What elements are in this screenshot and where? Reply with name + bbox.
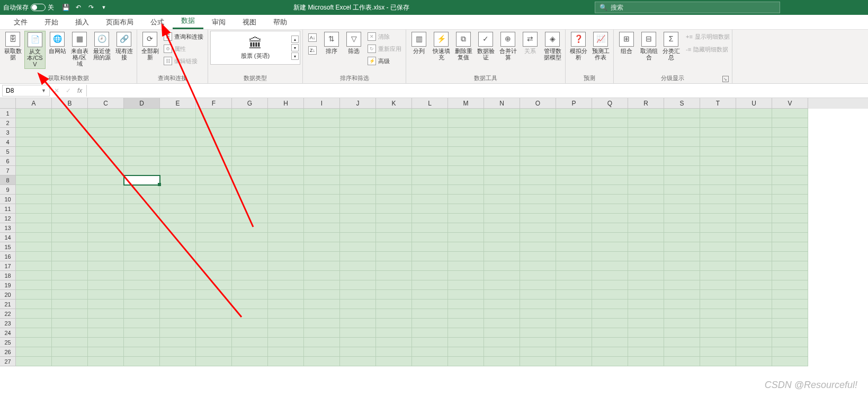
cancel-formula-icon[interactable]: ✕ xyxy=(54,87,59,94)
cell[interactable] xyxy=(736,166,772,175)
cell[interactable] xyxy=(484,118,520,128)
cell[interactable] xyxy=(304,128,340,137)
cell[interactable] xyxy=(196,280,232,290)
cell[interactable] xyxy=(448,338,484,347)
cell[interactable] xyxy=(268,309,304,319)
cell[interactable] xyxy=(628,185,664,195)
cell[interactable] xyxy=(376,128,412,137)
cell[interactable] xyxy=(160,300,196,309)
cell[interactable] xyxy=(484,319,520,328)
cell[interactable] xyxy=(556,175,592,185)
cell[interactable] xyxy=(736,128,772,137)
cell[interactable] xyxy=(700,271,736,280)
cell[interactable] xyxy=(340,319,376,328)
cell[interactable] xyxy=(736,233,772,242)
sort-asc-button[interactable]: A↓ xyxy=(306,32,319,43)
cell[interactable] xyxy=(448,147,484,156)
data-validation-button[interactable]: ✓数据验证 xyxy=(475,31,496,61)
cell[interactable] xyxy=(160,175,196,185)
cell[interactable] xyxy=(556,147,592,156)
cell[interactable] xyxy=(628,195,664,204)
cell[interactable] xyxy=(412,195,448,204)
cell[interactable] xyxy=(232,347,268,357)
cell[interactable] xyxy=(448,290,484,300)
cell[interactable] xyxy=(376,252,412,261)
cell[interactable] xyxy=(52,328,88,338)
cell[interactable] xyxy=(340,261,376,271)
cell[interactable] xyxy=(232,242,268,252)
cell[interactable] xyxy=(556,156,592,166)
row-header[interactable]: 14 xyxy=(0,233,16,242)
cell[interactable] xyxy=(628,137,664,147)
cell[interactable] xyxy=(376,118,412,128)
cell[interactable] xyxy=(412,347,448,357)
cell[interactable] xyxy=(88,319,124,328)
cell[interactable] xyxy=(628,328,664,338)
cell[interactable] xyxy=(592,233,628,242)
cell[interactable] xyxy=(664,261,700,271)
cell[interactable] xyxy=(16,128,52,137)
cell[interactable] xyxy=(124,271,160,280)
cell[interactable] xyxy=(664,175,700,185)
cell[interactable] xyxy=(412,319,448,328)
cell[interactable] xyxy=(124,261,160,271)
cell[interactable] xyxy=(484,357,520,366)
cell[interactable] xyxy=(484,309,520,319)
cell[interactable] xyxy=(736,137,772,147)
cell[interactable] xyxy=(52,128,88,137)
cell[interactable] xyxy=(124,319,160,328)
cell[interactable] xyxy=(412,328,448,338)
tab-help[interactable]: 帮助 xyxy=(265,15,296,29)
cell[interactable] xyxy=(556,261,592,271)
cell[interactable] xyxy=(16,214,52,223)
cell[interactable] xyxy=(484,271,520,280)
qat-dropdown-icon[interactable]: ▼ xyxy=(100,3,108,12)
cell[interactable] xyxy=(700,233,736,242)
cell[interactable] xyxy=(340,223,376,233)
column-header[interactable]: M xyxy=(448,98,484,109)
cell[interactable] xyxy=(448,300,484,309)
properties-button[interactable]: ⚙属性 xyxy=(162,43,205,55)
cell[interactable] xyxy=(484,233,520,242)
cell[interactable] xyxy=(664,242,700,252)
cell[interactable] xyxy=(196,128,232,137)
cell[interactable] xyxy=(520,137,556,147)
cell[interactable] xyxy=(556,242,592,252)
cell[interactable] xyxy=(160,328,196,338)
cell[interactable] xyxy=(340,233,376,242)
cell[interactable] xyxy=(592,214,628,223)
cell[interactable] xyxy=(268,147,304,156)
cell[interactable] xyxy=(268,300,304,309)
cell[interactable] xyxy=(340,175,376,185)
cell[interactable] xyxy=(304,223,340,233)
cell[interactable] xyxy=(88,233,124,242)
cell[interactable] xyxy=(412,290,448,300)
cell[interactable] xyxy=(88,137,124,147)
cell[interactable] xyxy=(304,109,340,118)
cell[interactable] xyxy=(592,147,628,156)
cell[interactable] xyxy=(628,223,664,233)
cell[interactable] xyxy=(160,280,196,290)
cell[interactable] xyxy=(232,261,268,271)
cell[interactable] xyxy=(412,214,448,223)
cell[interactable] xyxy=(628,118,664,128)
cell[interactable] xyxy=(412,261,448,271)
cell[interactable] xyxy=(376,347,412,357)
cell[interactable] xyxy=(592,290,628,300)
cell[interactable] xyxy=(484,137,520,147)
cell[interactable] xyxy=(556,328,592,338)
cell[interactable] xyxy=(232,233,268,242)
cell[interactable] xyxy=(88,357,124,366)
filter-button[interactable]: ▽筛选 xyxy=(343,31,364,55)
cell[interactable] xyxy=(232,319,268,328)
cell[interactable] xyxy=(736,252,772,261)
nav-down-icon[interactable]: ▾ xyxy=(291,44,299,51)
cell[interactable] xyxy=(196,137,232,147)
cell[interactable] xyxy=(448,271,484,280)
cell[interactable] xyxy=(664,280,700,290)
row-header[interactable]: 10 xyxy=(0,195,16,204)
row-header[interactable]: 27 xyxy=(0,357,16,366)
nav-up-icon[interactable]: ▴ xyxy=(291,36,299,43)
cell[interactable] xyxy=(232,166,268,175)
cell[interactable] xyxy=(376,147,412,156)
